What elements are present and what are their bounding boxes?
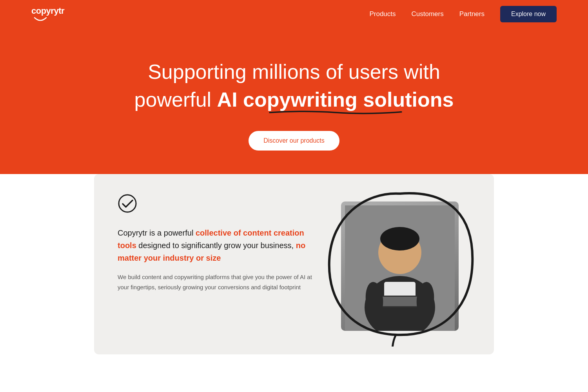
hero-title: Supporting millions of users with — [8, 60, 580, 84]
discover-products-button[interactable]: Discover our products — [249, 131, 339, 151]
explore-now-button[interactable]: Explore now — [500, 6, 557, 22]
nav-products[interactable]: Products — [369, 10, 396, 18]
check-icon — [118, 194, 137, 213]
nav-partners[interactable]: Partners — [459, 10, 485, 18]
card-right — [329, 194, 470, 335]
nav-links: Products Customers Partners Explore now — [369, 6, 557, 22]
feature-card: Copyrytr is a powerful collective of con… — [94, 174, 494, 354]
person-image — [341, 201, 459, 331]
brands-section: ✏️ Rytr copysmith — [0, 378, 588, 392]
logo-smile-icon — [31, 16, 49, 22]
logo: copyrytr — [31, 6, 64, 22]
svg-rect-5 — [384, 282, 416, 298]
svg-point-4 — [380, 227, 419, 250]
content-section: Copyrytr is a powerful collective of con… — [0, 174, 588, 378]
person-svg — [345, 205, 455, 331]
hero-subtitle-normal: powerful — [134, 88, 217, 111]
nav-customers[interactable]: Customers — [412, 10, 444, 18]
svg-point-0 — [119, 195, 136, 212]
card-body-text: Copyrytr is a powerful collective of con… — [118, 227, 314, 264]
hero-subtitle-bold: AI copywriting solutions — [217, 88, 454, 111]
person-illustration — [329, 194, 470, 335]
svg-rect-8 — [378, 297, 421, 306]
hero-underline-svg — [217, 110, 454, 115]
navbar: copyrytr Products Customers Partners Exp… — [0, 0, 588, 28]
card-left: Copyrytr is a powerful collective of con… — [118, 194, 314, 292]
card-sub-text: We build content and copywriting platfor… — [118, 272, 314, 292]
logo-text: copyrytr — [31, 6, 64, 16]
hero-section: Supporting millions of users with powerf… — [0, 28, 588, 198]
hero-subtitle-bold-wrap: AI copywriting solutions — [217, 88, 454, 111]
